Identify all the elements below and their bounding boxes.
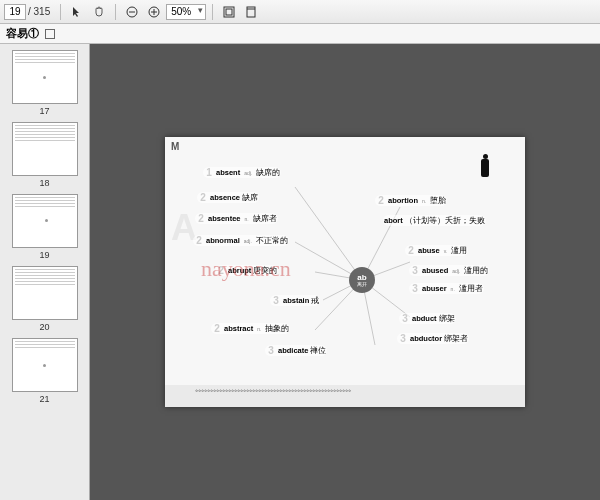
zoom-in-icon[interactable]	[144, 3, 164, 21]
toolbar: / 315 50%	[0, 0, 600, 24]
tab-bar: 容易①	[0, 24, 600, 44]
node-absence: 2absence缺席	[197, 192, 259, 203]
person-icon	[481, 159, 489, 177]
node-abuse: 2abusev.滥用	[405, 245, 468, 256]
node-abort: abort（计划等）夭折；失败	[383, 215, 486, 226]
page-footer: ※※※※※※※※※※※※※※※※※※※※※※※※※※※※※※※※※※※※※※※※…	[165, 385, 525, 407]
node-abortion: 2abortionn.堕胎	[375, 195, 447, 206]
node-abused: 3abusedadj.滥用的	[409, 265, 489, 276]
mindmap-center: ab 离开	[349, 267, 375, 293]
thumb-label: 17	[0, 106, 89, 116]
zoom-select[interactable]: 50%	[166, 4, 206, 20]
svg-line-9	[295, 187, 362, 280]
node-absentee: 2absenteen.缺席者	[195, 213, 278, 224]
node-absent: 1absentadj.缺席的	[203, 167, 281, 178]
thumbnail[interactable]	[12, 122, 78, 176]
node-abdicate: 3abdicate禅位	[265, 345, 327, 356]
page-viewer[interactable]: M A ab 离开 1absentadj.缺席的 2absence缺席 2abs…	[90, 44, 600, 500]
node-abduct: 3abduct绑架	[399, 313, 456, 324]
cursor-icon[interactable]	[67, 3, 87, 21]
fullscreen-icon[interactable]	[219, 3, 239, 21]
fitpage-icon[interactable]	[241, 3, 261, 21]
node-abnormal: 2abnormaladj.不正常的	[193, 235, 289, 246]
thumb-label: 18	[0, 178, 89, 188]
thumb-label: 20	[0, 322, 89, 332]
thumbnail[interactable]	[12, 266, 78, 320]
tab-title: 容易①	[6, 26, 39, 41]
node-abstract: 2abstractn.抽象的	[211, 323, 290, 334]
zoom-out-icon[interactable]	[122, 3, 142, 21]
svg-rect-6	[226, 9, 232, 15]
thumbnail[interactable]	[12, 50, 78, 104]
thumbnail-panel[interactable]: 17 18 19 20 21	[0, 44, 90, 500]
node-abductor: 3abductor绑架者	[397, 333, 469, 344]
thumb-label: 19	[0, 250, 89, 260]
hand-icon[interactable]	[89, 3, 109, 21]
thumb-label: 21	[0, 394, 89, 404]
page-total: / 315	[28, 6, 50, 17]
logo: M	[171, 141, 179, 152]
node-abuser: 3abusern.滥用者	[409, 283, 484, 294]
page-input[interactable]	[4, 4, 26, 20]
box-icon[interactable]	[45, 29, 55, 39]
watermark-text: nayona.cn	[201, 256, 291, 282]
thumbnail[interactable]	[12, 338, 78, 392]
pdf-page: M A ab 离开 1absentadj.缺席的 2absence缺席 2abs…	[165, 137, 525, 407]
thumbnail[interactable]	[12, 194, 78, 248]
node-abstain: 3abstain戒	[270, 295, 320, 306]
